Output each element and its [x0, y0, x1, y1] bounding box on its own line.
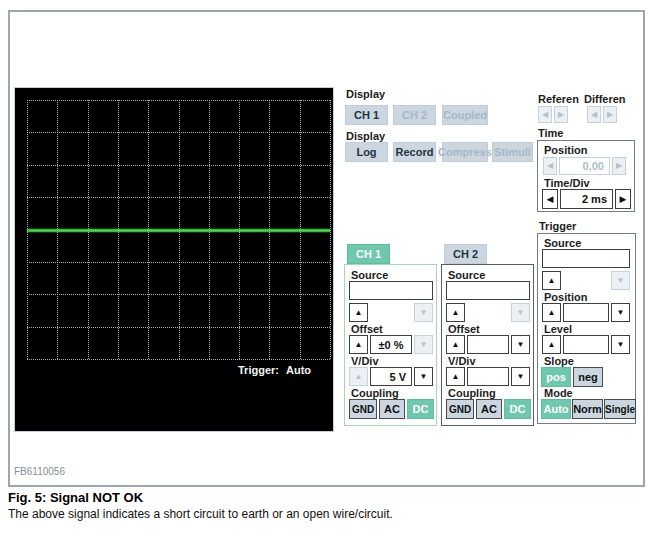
ch2-coupling-ac-button[interactable]: AC [476, 399, 502, 419]
trigger-source-down-button[interactable]: ▼ [611, 271, 630, 290]
display-coupled-button[interactable]: Coupled [442, 105, 488, 125]
ch1-coupling-gnd-button[interactable]: GND [349, 399, 377, 419]
display-record-button[interactable]: Record [393, 142, 436, 162]
up-arrow-icon: ▲ [548, 277, 556, 285]
time-position-label: Position [544, 145, 587, 156]
display-compress-button[interactable]: Compress [442, 142, 488, 162]
mode-auto-button[interactable]: Auto [541, 399, 571, 419]
time-label: Time [538, 128, 563, 139]
time-position-increment-button[interactable]: ▶ [612, 157, 626, 175]
display-ch1-button[interactable]: CH 1 [345, 105, 388, 125]
down-arrow-icon: ▼ [517, 309, 525, 317]
tab-ch1[interactable]: CH 1 [347, 244, 390, 264]
time-div-value[interactable]: 2 ms [560, 189, 613, 209]
down-arrow-icon: ▼ [420, 341, 428, 349]
trigger-level-value[interactable] [563, 335, 609, 354]
ch2-vdiv-up-button[interactable]: ▲ [446, 367, 465, 386]
ch2-source-down-button[interactable]: ▼ [511, 303, 530, 322]
display-ch2-button[interactable]: CH 2 [393, 105, 436, 125]
trigger-source-input[interactable] [542, 249, 630, 268]
right-arrow-icon: ▶ [607, 111, 613, 119]
trigger-level-label: Level [544, 324, 572, 335]
ch2-vdiv-label: V/Div [448, 356, 476, 367]
time-div-increment-button[interactable]: ▶ [615, 189, 631, 209]
right-arrow-icon: ▶ [558, 111, 564, 119]
slope-neg-button[interactable]: neg [573, 367, 603, 387]
caption-body: The above signal indicates a short circu… [8, 507, 393, 521]
tab-ch2[interactable]: CH 2 [444, 244, 487, 264]
trigger-level-up-button[interactable]: ▲ [542, 335, 561, 354]
up-arrow-icon: ▲ [548, 309, 556, 317]
up-arrow-icon: ▲ [355, 341, 363, 349]
left-arrow-icon: ◀ [591, 111, 597, 119]
trigger-position-down-button[interactable]: ▼ [611, 303, 630, 322]
time-position-decrement-button[interactable]: ◀ [543, 157, 557, 175]
time-div-decrement-button[interactable]: ◀ [542, 189, 558, 209]
trigger-position-value[interactable] [563, 303, 609, 322]
mode-norm-button[interactable]: Norm [572, 399, 603, 419]
right-arrow-icon: ▶ [616, 162, 622, 170]
trigger-slope-label: Slope [544, 356, 574, 367]
left-arrow-icon: ◀ [542, 111, 548, 119]
ch2-offset-up-button[interactable]: ▲ [446, 335, 465, 354]
down-arrow-icon: ▼ [420, 309, 428, 317]
ch1-source-down-button[interactable]: ▼ [414, 303, 433, 322]
ch2-coupling-dc-button[interactable]: DC [504, 399, 531, 419]
up-arrow-icon: ▲ [548, 341, 556, 349]
ch1-source-up-button[interactable]: ▲ [349, 303, 368, 322]
ch1-offset-up-button[interactable]: ▲ [349, 335, 368, 354]
mode-single-button[interactable]: Single [604, 399, 636, 419]
ch2-vdiv-value[interactable] [467, 367, 509, 386]
ch2-source-input[interactable] [446, 281, 530, 300]
ch1-vdiv-label: V/Div [351, 356, 379, 367]
ch1-source-label: Source [351, 270, 388, 281]
ch1-vdiv-value[interactable]: 5 V [370, 367, 412, 386]
up-arrow-icon: ▲ [355, 373, 363, 381]
scope-trigger-value: Auto [286, 364, 311, 376]
trigger-mode-label: Mode [544, 388, 573, 399]
display-modes-label: Display [346, 131, 385, 142]
up-arrow-icon: ▲ [452, 309, 460, 317]
ch1-offset-down-button[interactable]: ▼ [414, 335, 433, 354]
ch1-offset-label: Offset [351, 324, 383, 335]
ch2-coupling-label: Coupling [448, 388, 496, 399]
ch1-vdiv-up-button[interactable]: ▲ [349, 367, 368, 386]
difference-next-button[interactable]: ▶ [603, 106, 617, 123]
display-stimuli-button[interactable]: Stimuli [492, 142, 533, 162]
ch2-coupling-gnd-button[interactable]: GND [446, 399, 474, 419]
reference-prev-button[interactable]: ◀ [538, 106, 552, 123]
up-arrow-icon: ▲ [452, 373, 460, 381]
left-arrow-icon: ◀ [547, 195, 554, 203]
ch2-offset-value[interactable] [467, 335, 509, 354]
ch1-offset-value[interactable]: ±0 % [370, 335, 412, 354]
ch2-vdiv-down-button[interactable]: ▼ [511, 367, 530, 386]
trigger-source-up-button[interactable]: ▲ [542, 271, 561, 290]
reference-next-button[interactable]: ▶ [554, 106, 568, 123]
trigger-position-label: Position [544, 292, 587, 303]
scope-display: Trigger: Auto [14, 87, 334, 432]
slope-pos-button[interactable]: pos [541, 367, 571, 387]
ch1-coupling-ac-button[interactable]: AC [379, 399, 405, 419]
ch1-source-input[interactable] [349, 281, 433, 300]
ch1-coupling-dc-button[interactable]: DC [407, 399, 434, 419]
down-arrow-icon: ▼ [617, 309, 625, 317]
time-position-value[interactable]: 0,00 [559, 157, 610, 175]
difference-prev-button[interactable]: ◀ [587, 106, 601, 123]
ch2-source-label: Source [448, 270, 485, 281]
trigger-label: Trigger [539, 221, 576, 232]
scope-grid [27, 100, 330, 359]
trigger-position-up-button[interactable]: ▲ [542, 303, 561, 322]
ch1-vdiv-down-button[interactable]: ▼ [414, 367, 433, 386]
figure-code: FB6110056 [14, 466, 65, 477]
down-arrow-icon: ▼ [420, 373, 428, 381]
ch2-offset-down-button[interactable]: ▼ [511, 335, 530, 354]
ch2-offset-label: Offset [448, 324, 480, 335]
display-log-button[interactable]: Log [345, 142, 388, 162]
ch2-source-up-button[interactable]: ▲ [446, 303, 465, 322]
time-div-label: Time/Div [544, 178, 590, 189]
caption-title: Fig. 5: Signal NOT OK [8, 490, 143, 505]
difference-label: Differen [584, 94, 626, 105]
down-arrow-icon: ▼ [617, 341, 625, 349]
down-arrow-icon: ▼ [617, 277, 625, 285]
trigger-level-down-button[interactable]: ▼ [611, 335, 630, 354]
